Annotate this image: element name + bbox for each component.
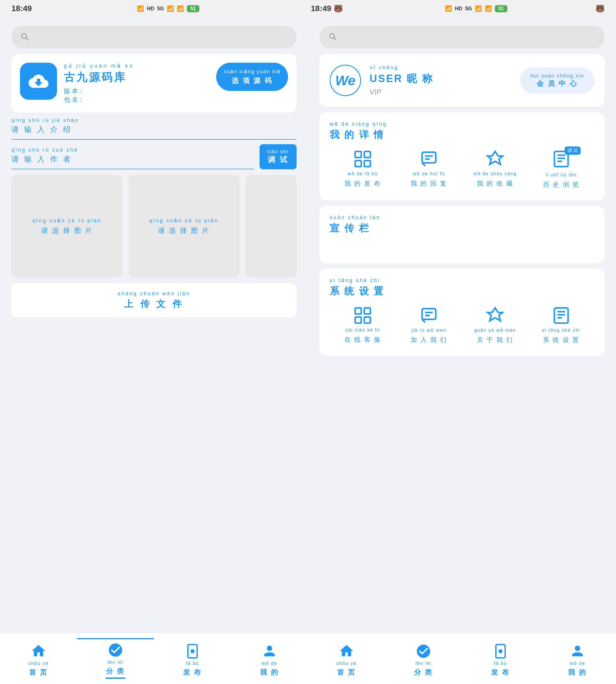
- my-history-pinyin: lì shǐ liú lǎn: [546, 172, 577, 178]
- user-info: nǐ chēng USER 昵 称 VIP: [370, 64, 512, 96]
- svg-rect-6: [422, 152, 436, 163]
- intro-pinyin: qǐng shū rù jiè shào: [12, 117, 296, 123]
- my-history-btn[interactable]: 调 试 lì shǐ liú lǎn 历 史 浏 览: [528, 150, 594, 189]
- bottom-nav-left: shǒu yè 首 页 fēn lèi 分 类 fā bù 发 布 wǒ de …: [0, 633, 308, 684]
- status-indicators-left: 📶 HD 5G 📶 📶 51: [137, 5, 199, 12]
- my-replies-label: 我 的 回 复: [411, 179, 447, 188]
- nav-publish-left[interactable]: fā bù 发 布: [154, 640, 231, 677]
- svg-rect-2: [355, 151, 361, 157]
- join-us-btn[interactable]: jiā rù wǒ men 加 入 我 们: [396, 306, 462, 344]
- svg-rect-8: [355, 308, 361, 314]
- promo-card: xuān chuán lán 宣 传 栏: [320, 206, 604, 263]
- nav-home-right[interactable]: shǒu yè 首 页: [308, 640, 385, 677]
- nav-profile-left[interactable]: wǒ de 我 的: [231, 640, 308, 677]
- status-icon-left: 🐻: [595, 4, 604, 13]
- my-details-card: wǒ de xiáng qíng 我 的 详 情 wǒ de fā bù 我 的…: [320, 112, 604, 200]
- about-us-label: 关 于 我 们: [477, 336, 513, 344]
- intro-section: qǐng shū rù jiè shào 请 输 入 介 绍: [12, 117, 296, 140]
- status-time-left: 18:49: [12, 4, 32, 13]
- images-grid: qǐng xuǎn zé tú piàn 请 选 择 图 片 qǐng xuǎn…: [12, 175, 296, 278]
- battery-left: 51: [187, 5, 199, 12]
- svg-rect-11: [364, 317, 370, 323]
- svg-rect-12: [422, 309, 436, 319]
- screen-right: We nǐ chēng USER 昵 称 VIP huì yuán zhōng …: [308, 17, 616, 684]
- my-replies-btn[interactable]: wǒ de huí fù 我 的 回 复: [396, 150, 462, 189]
- author-underline: [12, 169, 254, 169]
- select-source-btn[interactable]: xuǎn xiǎng yuán mǎ 选 项 源 码: [216, 63, 288, 91]
- svg-rect-9: [364, 308, 370, 314]
- svg-rect-4: [355, 160, 361, 166]
- author-pinyin: qǐng shū rù zuò zhě: [12, 147, 254, 153]
- app-title: 古九源码库: [64, 70, 209, 85]
- image-slot-2[interactable]: qǐng xuǎn zé tú piàn 请 选 择 图 片: [128, 175, 240, 278]
- nav-home-left[interactable]: shǒu yè 首 页: [0, 640, 77, 677]
- search-icon-left: [20, 32, 30, 42]
- debug-btn[interactable]: tiáo shì 调 试: [260, 144, 296, 169]
- join-us-label: 加 入 我 们: [411, 336, 447, 344]
- nav-category-left[interactable]: fēn lèi 分 类: [77, 638, 154, 679]
- app-version: 版 本： 包 名：: [64, 87, 209, 104]
- my-favorites-pinyin: wǒ de shōu cáng: [474, 171, 517, 177]
- my-menu-grid: wǒ de fā bù 我 的 发 布 wǒ de huí fù 我 的 回 复…: [330, 150, 594, 192]
- online-support-btn[interactable]: zài xiàn kè fú 在 线 客 服: [330, 306, 396, 344]
- status-indicators-right: 📶 HD 5G 📶 📶 51: [445, 5, 507, 12]
- my-history-label: 历 史 浏 览: [543, 180, 579, 189]
- my-favorites-btn[interactable]: wǒ de shōu cáng 我 的 收 藏: [462, 150, 528, 189]
- join-us-pinyin: jiā rù wǒ men: [412, 327, 446, 333]
- svg-rect-5: [364, 160, 370, 166]
- app-title-pinyin: gǔ jiǔ yuán mǎ kù: [64, 63, 209, 69]
- nav-publish-right[interactable]: fā bù 发 布: [462, 640, 539, 677]
- upload-btn[interactable]: shàng chuán wén jiàn 上 传 文 件: [12, 283, 296, 318]
- svg-point-1: [191, 649, 195, 653]
- bottom-nav-right: shǒu yè 首 页 fēn lèi 分 类 fā bù 发 布 wǒ de …: [308, 633, 616, 684]
- user-avatar: We: [330, 65, 361, 96]
- about-us-pinyin: guān yú wǒ men: [474, 327, 516, 333]
- search-bar-left[interactable]: [12, 26, 296, 48]
- image-slot-3[interactable]: [245, 175, 296, 278]
- author-placeholder: 请 输 入 作 者: [12, 154, 254, 164]
- app-details: gǔ jiǔ yuán mǎ kù 古九源码库 版 本： 包 名：: [64, 63, 209, 104]
- my-posts-pinyin: wǒ de fā bù: [348, 171, 378, 177]
- screen-left: gǔ jiǔ yuán mǎ kù 古九源码库 版 本： 包 名： xuǎn x…: [0, 17, 308, 684]
- svg-rect-10: [355, 317, 361, 323]
- user-card: We nǐ chēng USER 昵 称 VIP huì yuán zhōng …: [320, 54, 604, 107]
- intro-placeholder: 请 输 入 介 绍: [12, 124, 296, 135]
- search-icon-right: [328, 32, 338, 42]
- settings-menu-grid: zài xiàn kè fú 在 线 客 服 jiā rù wǒ men 加 入…: [330, 306, 594, 347]
- nav-profile-right[interactable]: wǒ de 我 的: [539, 640, 616, 677]
- my-favorites-label: 我 的 收 藏: [477, 179, 513, 188]
- system-settings-label: 系 统 设 置: [543, 336, 579, 344]
- my-posts-label: 我 的 发 布: [345, 179, 381, 188]
- image-slot-1[interactable]: qǐng xuǎn zé tú piàn 请 选 择 图 片: [12, 175, 123, 278]
- author-left: qǐng shū rù zuò zhě 请 输 入 作 者: [12, 147, 254, 169]
- about-us-btn[interactable]: guān yú wǒ men 关 于 我 们: [462, 306, 528, 344]
- status-icon-right: 🐻: [334, 4, 343, 13]
- system-settings-btn[interactable]: xì tǒng shè zhì 系 统 设 置: [528, 306, 594, 344]
- nav-category-right[interactable]: fēn lèi 分 类: [385, 640, 462, 677]
- online-support-pinyin: zài xiàn kè fú: [345, 327, 380, 333]
- author-section: qǐng shū rù zuò zhě 请 输 入 作 者 tiáo shì 调…: [12, 144, 296, 169]
- settings-card: xì tǒng shè zhì 系 统 设 置 zài xiàn kè fú 在…: [320, 269, 604, 356]
- status-bar: 18:49 🐻 📶 HD 5G 📶 📶 51 18:49 🐻 📶 HD 5G 📶…: [0, 0, 616, 17]
- my-posts-btn[interactable]: wǒ de fā bù 我 的 发 布: [330, 150, 396, 189]
- app-info-card: gǔ jiǔ yuán mǎ kù 古九源码库 版 本： 包 名： xuǎn x…: [12, 54, 296, 113]
- svg-rect-3: [364, 151, 370, 157]
- search-bar-right[interactable]: [320, 26, 604, 48]
- intro-underline: [12, 139, 296, 140]
- my-replies-pinyin: wǒ de huí fù: [413, 171, 445, 177]
- status-time-right: 18:49: [311, 4, 331, 13]
- system-settings-pinyin: xì tǒng shè zhì: [542, 327, 580, 333]
- svg-point-15: [499, 649, 503, 653]
- member-center-btn[interactable]: huì yuán zhōng xīn 会 员 中 心: [520, 67, 594, 94]
- app-icon: [20, 63, 57, 100]
- online-support-label: 在 线 客 服: [345, 336, 381, 344]
